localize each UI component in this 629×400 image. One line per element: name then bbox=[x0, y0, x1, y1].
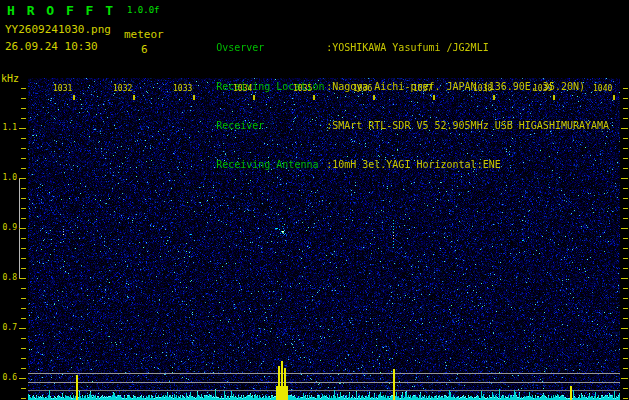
freq-tick bbox=[621, 328, 628, 329]
freq-tick bbox=[21, 268, 26, 269]
time-tick-label: 1036 bbox=[353, 84, 372, 93]
info-value: :YOSHIKAWA Yasufumi /JG2MLI bbox=[326, 42, 489, 53]
freq-tick bbox=[19, 228, 26, 229]
info-value: :10mH 3el.YAGI Horizontal:ENE bbox=[326, 159, 501, 170]
freq-tick bbox=[623, 188, 628, 189]
freq-tick bbox=[21, 118, 26, 119]
meteor-count: 6 bbox=[141, 43, 148, 56]
freq-tick bbox=[21, 288, 26, 289]
freq-tick-label: 1.0 bbox=[0, 173, 17, 182]
mode-label: meteor bbox=[124, 28, 164, 41]
time-tick bbox=[493, 95, 495, 100]
info-row-location: Receiving Location:Nagoya Aichi-pref. JA… bbox=[180, 67, 609, 80]
freq-tick bbox=[21, 368, 26, 369]
time-tick-label: 1038 bbox=[473, 84, 492, 93]
time-tick-label: 1031 bbox=[53, 84, 72, 93]
freq-tick bbox=[623, 208, 628, 209]
freq-tick bbox=[21, 248, 26, 249]
freq-tick bbox=[21, 88, 26, 89]
time-tick-label: 1037 bbox=[413, 84, 432, 93]
freq-tick-label: 1.1 bbox=[0, 123, 17, 132]
freq-tick bbox=[21, 388, 26, 389]
freq-tick bbox=[21, 148, 26, 149]
freq-tick bbox=[621, 228, 628, 229]
info-label: Ovserver bbox=[216, 41, 326, 54]
time-tick-label: 1039 bbox=[533, 84, 552, 93]
freq-tick bbox=[21, 308, 26, 309]
freq-tick-label: 0.8 bbox=[0, 273, 17, 282]
freq-tick bbox=[623, 388, 628, 389]
info-value: :SMArt RTL-SDR V5 52.905MHz USB HIGASHIM… bbox=[326, 120, 609, 131]
time-tick-label: 1035 bbox=[293, 84, 312, 93]
info-row-observer: Ovserver:YOSHIKAWA Yasufumi /JG2MLI bbox=[180, 28, 609, 41]
freq-tick bbox=[623, 298, 628, 299]
freq-tick bbox=[21, 108, 26, 109]
freq-tick bbox=[623, 308, 628, 309]
time-tick-label: 1033 bbox=[173, 84, 192, 93]
freq-tick bbox=[621, 128, 628, 129]
time-tick bbox=[373, 95, 375, 100]
receiver-info: Ovserver:YOSHIKAWA Yasufumi /JG2MLI Rece… bbox=[180, 2, 609, 184]
freq-tick bbox=[21, 358, 26, 359]
freq-unit-label: kHz bbox=[1, 73, 19, 84]
time-tick-label: 1040 bbox=[593, 84, 612, 93]
freq-tick bbox=[21, 188, 26, 189]
freq-tick bbox=[621, 378, 628, 379]
freq-tick bbox=[623, 98, 628, 99]
freq-tick bbox=[623, 398, 628, 399]
freq-tick-label: 0.9 bbox=[0, 223, 17, 232]
freq-tick bbox=[623, 108, 628, 109]
info-label: Receiver bbox=[216, 119, 326, 132]
freq-tick bbox=[623, 118, 628, 119]
time-tick bbox=[253, 95, 255, 100]
datetime-label: 26.09.24 10:30 bbox=[5, 40, 98, 53]
freq-tick bbox=[623, 168, 628, 169]
freq-tick bbox=[21, 158, 26, 159]
freq-tick bbox=[623, 198, 628, 199]
time-tick bbox=[73, 95, 75, 100]
freq-tick bbox=[623, 138, 628, 139]
time-tick bbox=[613, 95, 615, 100]
freq-tick bbox=[623, 368, 628, 369]
freq-tick-label: 0.7 bbox=[0, 323, 17, 332]
time-tick bbox=[133, 95, 135, 100]
freq-tick bbox=[623, 358, 628, 359]
freq-tick bbox=[623, 318, 628, 319]
freq-tick bbox=[21, 218, 26, 219]
freq-tick bbox=[623, 238, 628, 239]
freq-tick bbox=[21, 318, 26, 319]
info-row-antenna: Receiving Antenna:10mH 3el.YAGI Horizont… bbox=[180, 145, 609, 158]
time-tick bbox=[433, 95, 435, 100]
info-label: Receiving Antenna bbox=[216, 158, 326, 171]
freq-tick bbox=[21, 348, 26, 349]
freq-tick bbox=[21, 298, 26, 299]
freq-tick bbox=[19, 128, 26, 129]
freq-tick bbox=[19, 178, 26, 179]
freq-tick bbox=[623, 338, 628, 339]
freq-tick bbox=[623, 268, 628, 269]
info-row-receiver: Receiver:SMArt RTL-SDR V5 52.905MHz USB … bbox=[180, 106, 609, 119]
freq-tick bbox=[623, 288, 628, 289]
freq-tick-label: 0.6 bbox=[0, 373, 17, 382]
freq-tick bbox=[19, 378, 26, 379]
time-tick bbox=[553, 95, 555, 100]
freq-tick bbox=[623, 348, 628, 349]
hrofft-window: H R O F F T 1.0.0f YY2609241030.png mete… bbox=[0, 0, 629, 400]
freq-tick bbox=[19, 328, 26, 329]
time-tick bbox=[193, 95, 195, 100]
freq-tick bbox=[21, 258, 26, 259]
freq-tick bbox=[21, 168, 26, 169]
freq-tick bbox=[21, 198, 26, 199]
app-version: 1.0.0f bbox=[127, 5, 160, 15]
output-filename: YY2609241030.png bbox=[5, 23, 111, 36]
freq-tick bbox=[19, 278, 26, 279]
freq-tick bbox=[21, 398, 26, 399]
freq-tick bbox=[621, 278, 628, 279]
freq-tick bbox=[21, 138, 26, 139]
time-tick-label: 1034 bbox=[233, 84, 252, 93]
freq-tick bbox=[623, 258, 628, 259]
time-tick-label: 1032 bbox=[113, 84, 132, 93]
freq-tick bbox=[21, 208, 26, 209]
time-tick bbox=[313, 95, 315, 100]
freq-tick bbox=[623, 248, 628, 249]
